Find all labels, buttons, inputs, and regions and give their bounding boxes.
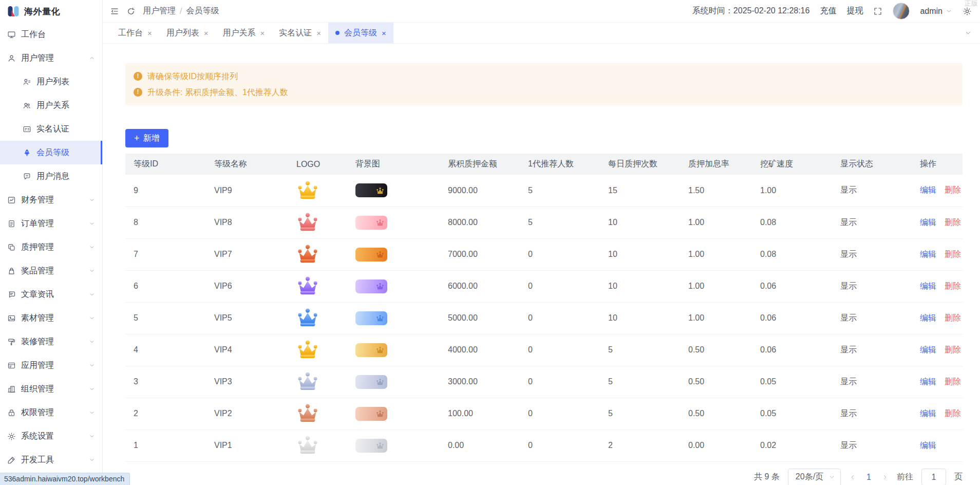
- chev-down-icon: [89, 339, 95, 345]
- sidebar-item-label: 组织管理: [21, 384, 84, 395]
- sidebar-item-label: 奖品管理: [21, 266, 84, 276]
- sidebar-item-decorate-mgmt[interactable]: 装修管理: [0, 330, 102, 353]
- sidebar-item-finance-mgmt[interactable]: 财务管理: [0, 188, 102, 212]
- cell-daily: 10: [600, 238, 680, 270]
- delete-link[interactable]: 删除: [945, 345, 961, 354]
- tab-actions-chevron-icon[interactable]: [956, 23, 980, 43]
- table-row: 8VIP88000.005101.000.08显示编辑删除: [125, 207, 963, 238]
- edit-link[interactable]: 编辑: [920, 250, 936, 258]
- sidebar-item-perm-mgmt[interactable]: 权限管理: [0, 401, 102, 424]
- cell-id: 4: [125, 334, 206, 366]
- cell-name: VIP2: [206, 398, 288, 430]
- edit-link[interactable]: 编辑: [920, 377, 936, 386]
- cell-ops: 编辑删除: [912, 175, 963, 207]
- withdraw-button[interactable]: 提现: [846, 6, 863, 16]
- sidebar-item-member-level[interactable]: 会员等级: [0, 141, 102, 164]
- sidebar-item-workbench[interactable]: 工作台: [0, 23, 102, 46]
- chat-icon: [23, 172, 31, 181]
- settings-gear-icon[interactable]: [963, 7, 972, 16]
- cell-name: VIP3: [206, 366, 288, 398]
- delete-link[interactable]: 删除: [945, 185, 961, 194]
- sidebar-item-material-mgmt[interactable]: 素材管理: [0, 306, 102, 330]
- chev-down-icon: [946, 8, 952, 14]
- edit-link[interactable]: 编辑: [920, 313, 936, 322]
- page-number[interactable]: 1: [864, 473, 873, 482]
- brand-logo[interactable]: 海外量化: [0, 0, 102, 23]
- sidebar-item-label: 工作台: [21, 29, 95, 40]
- delete-link[interactable]: 删除: [945, 377, 961, 386]
- alert-line: !请确保等级ID按顺序排列: [134, 68, 954, 84]
- cell-ops: 编辑删除: [912, 270, 963, 302]
- edit-link[interactable]: 编辑: [920, 218, 936, 227]
- sidebar-item-user-message[interactable]: 用户消息: [0, 164, 102, 188]
- delete-link[interactable]: 删除: [945, 218, 961, 227]
- tab-workbench[interactable]: 工作台×: [111, 23, 159, 43]
- edit-link[interactable]: 编辑: [920, 441, 936, 450]
- close-icon[interactable]: ×: [382, 29, 386, 37]
- chevron-down-icon: [89, 291, 95, 297]
- pagination: 共 9 条 20条/页 1 前往 页: [125, 469, 963, 485]
- next-page-icon[interactable]: [881, 474, 889, 481]
- tab-user-relation[interactable]: 用户关系×: [216, 23, 272, 43]
- delete-link[interactable]: 删除: [945, 282, 961, 290]
- tab-member-level[interactable]: 会员等级×: [328, 23, 393, 43]
- sidebar-item-app-mgmt[interactable]: 应用管理: [0, 353, 102, 377]
- sidebar-item-pledge-mgmt[interactable]: 质押管理: [0, 235, 102, 259]
- add-button-label: 新增: [143, 133, 160, 144]
- close-icon[interactable]: ×: [260, 29, 265, 37]
- sidebar-item-org-mgmt[interactable]: 组织管理: [0, 377, 102, 401]
- sidebar-item-label: 系统设置: [21, 431, 84, 442]
- chev-down-icon: [89, 409, 95, 416]
- edit-link[interactable]: 编辑: [920, 185, 936, 194]
- cell-rate: 0.50: [680, 398, 752, 430]
- sidebar-item-article-news[interactable]: 文章资讯: [0, 283, 102, 306]
- fullscreen-icon[interactable]: [873, 7, 882, 16]
- chev-left-icon: [849, 474, 856, 481]
- tab-user-list[interactable]: 用户列表×: [159, 23, 216, 43]
- column-header: 等级ID: [125, 154, 206, 175]
- close-icon[interactable]: ×: [204, 29, 209, 37]
- chev-down-icon: [828, 474, 835, 480]
- level-badge: [355, 216, 387, 230]
- edit-link[interactable]: 编辑: [920, 409, 936, 418]
- prev-page-icon[interactable]: [849, 474, 856, 481]
- delete-link[interactable]: 删除: [945, 250, 961, 258]
- cell-amount: 8000.00: [440, 207, 520, 238]
- sidebar-item-order-mgmt[interactable]: 订单管理: [0, 212, 102, 235]
- delete-link[interactable]: 删除: [945, 313, 961, 322]
- column-header: 操作: [912, 154, 963, 175]
- cell-daily: 10: [600, 302, 680, 334]
- cell-amount: 5000.00: [440, 302, 520, 334]
- sidebar-item-dev-tools[interactable]: 开发工具: [0, 448, 102, 472]
- delete-link[interactable]: 删除: [945, 409, 961, 418]
- table-row: 9VIP99000.005151.501.00显示编辑删除: [125, 175, 963, 207]
- page-size-select[interactable]: 20条/页: [788, 469, 841, 485]
- recharge-button[interactable]: 充值: [820, 6, 836, 16]
- level-badge: [355, 407, 387, 421]
- sidebar-item-sys-settings[interactable]: 系统设置: [0, 424, 102, 448]
- goto-page-input[interactable]: [921, 469, 946, 485]
- edit-link[interactable]: 编辑: [920, 345, 936, 354]
- refresh-icon[interactable]: [126, 7, 136, 16]
- sidebar-item-user-relation[interactable]: 用户关系: [0, 94, 102, 117]
- column-header: 质押加息率: [680, 154, 752, 175]
- cell-gen1: 0: [520, 430, 600, 461]
- sidebar-item-label: 应用管理: [21, 360, 84, 371]
- sidebar-item-realname-auth[interactable]: 实名认证: [0, 117, 102, 141]
- sidebar-item-user-list[interactable]: 用户列表: [0, 70, 102, 94]
- close-icon[interactable]: ×: [147, 29, 152, 37]
- tab-realname-auth[interactable]: 实名认证×: [272, 23, 328, 43]
- user-icon: [7, 54, 16, 63]
- chevron-down-icon: [89, 457, 95, 463]
- avatar[interactable]: [893, 3, 910, 20]
- cell-daily: 5: [600, 334, 680, 366]
- breadcrumb-parent[interactable]: 用户管理: [143, 6, 176, 16]
- edit-link[interactable]: 编辑: [920, 282, 936, 290]
- collapse-sidebar-icon[interactable]: [110, 7, 119, 16]
- crown-icon: [376, 314, 384, 322]
- add-button[interactable]: + 新增: [125, 129, 168, 147]
- close-icon[interactable]: ×: [316, 29, 321, 37]
- sidebar-item-user-mgmt[interactable]: 用户管理: [0, 46, 102, 70]
- user-menu[interactable]: admin: [920, 7, 952, 16]
- sidebar-item-prize-mgmt[interactable]: 奖品管理: [0, 259, 102, 283]
